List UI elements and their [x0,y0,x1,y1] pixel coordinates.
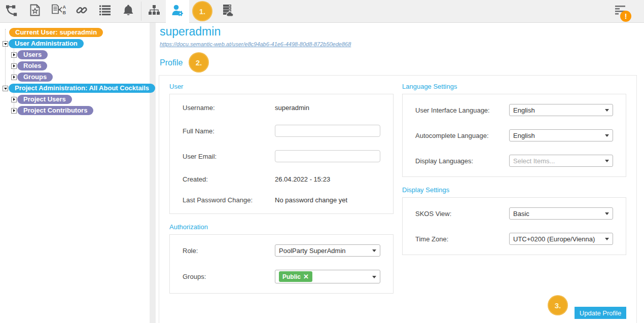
ui-language-dropdown[interactable]: English [509,104,613,116]
step-3-badge: 3. [548,295,568,315]
role-dropdown[interactable]: PoolParty SuperAdmin [275,244,380,257]
chevron-down-icon [605,212,609,217]
notifications-tool[interactable] [117,0,140,23]
username-value: superadmin [275,104,309,112]
project-administration-pill[interactable]: Project Administration: All About Cockta… [9,84,155,93]
document-star-tool[interactable] [23,0,47,23]
alert-exclamation-badge: ! [620,11,631,22]
server-tool[interactable] [216,0,239,23]
time-zone-label: Time Zone: [415,235,509,243]
project-contributors-pill[interactable]: Project Contributors [17,106,93,115]
chevron-down-icon [605,134,609,139]
created-row: Created: 26.04.2022 - 15:23 [170,169,393,190]
time-zone-row: Time Zone: UTC+0200 (Europe/Vienna) [403,226,626,252]
profile-right-column: Language Settings User Interface Languag… [402,83,626,264]
step-1-badge-circle: 1. [192,1,212,21]
display-languages-multiselect[interactable]: Select Items... [509,155,613,167]
current-user-pill[interactable]: Current User: superadmin [9,28,103,37]
skos-view-label: SKOS View: [415,210,509,218]
collapse-toggle-icon[interactable] [3,41,8,47]
time-zone-dropdown[interactable]: UTC+0200 (Europe/Vienna) [509,233,613,245]
autocomplete-language-dropdown[interactable]: English [509,129,613,141]
tree-item-users: Users [0,49,150,60]
chevron-down-icon [372,276,376,280]
notifications-alert-tool[interactable]: ! [609,0,632,23]
full-name-label: Full Name: [183,127,275,135]
role-label: Role: [183,247,275,255]
tree-item-project-users: Project Users [0,94,150,105]
skos-view-row: SKOS View: Basic [403,201,626,226]
expand-toggle-icon[interactable] [11,52,17,58]
roles-pill[interactable]: Roles [17,61,47,70]
time-zone-selected-value: UTC+0200 (Europe/Vienna) [513,235,595,243]
profile-left-column: User Username: superadmin Full Name: Use… [169,83,393,303]
display-languages-row: Display Languages: Select Items... [403,148,626,173]
ui-language-selected-value: English [513,106,535,114]
profile-section-title: Profile [160,58,183,67]
curve-path-icon [5,4,19,19]
role-row: Role: PoolParty SuperAdmin [170,238,393,263]
user-email-field[interactable] [275,150,380,162]
update-profile-button[interactable]: Update Profile [575,307,626,319]
last-password-change-value: No password change yet [275,196,347,204]
full-name-field[interactable] [275,125,380,137]
group-tag-label: Public [282,273,301,280]
sitemap-tool[interactable] [142,0,166,23]
groups-label: Groups: [183,273,275,280]
role-selected-value: PoolParty SuperAdmin [279,247,346,255]
list-tool[interactable] [93,0,117,23]
curve-path-tool[interactable] [0,0,23,23]
expand-toggle-icon[interactable] [11,97,17,102]
display-settings-box: SKOS View: Basic Time Zone: UTC+0200 (Eu… [402,197,626,255]
created-value: 26.04.2022 - 15:23 [275,175,330,183]
ui-language-label: User Interface Language: [415,106,509,114]
authorization-box: Role: PoolParty SuperAdmin Groups: Publi… [169,234,393,294]
chevron-down-icon [605,160,609,164]
profile-page: superadmin https://docu.semantic-web.at/… [156,23,644,323]
user-email-row: User Email: [170,143,393,169]
top-toolbar: A B [0,0,644,23]
language-settings-heading: Language Settings [402,83,626,90]
last-password-change-label: Last Password Change: [183,196,275,204]
link-tool[interactable] [70,0,93,23]
language-settings-box: User Interface Language: English Autocom… [402,94,626,177]
user-uri-link[interactable]: https://docu.semantic-web.at/user/e8c94a… [160,41,351,47]
groups-pill[interactable]: Groups [17,73,53,82]
groups-multiselect[interactable]: Public ✕ [275,270,380,283]
document-classify-tool[interactable]: A B [47,0,70,23]
tree-item-project-contributors: Project Contributors [0,105,150,116]
users-pill[interactable]: Users [17,50,48,59]
tree-item-roles: Roles [0,60,150,71]
user-administration-pill[interactable]: User Administration [9,39,84,48]
user-settings-tool[interactable] [166,0,189,23]
last-password-change-row: Last Password Change: No password change… [170,190,393,210]
username-label: Username: [183,104,275,112]
tree-item-groups: Groups [0,71,150,83]
created-label: Created: [183,175,275,183]
svg-text:B: B [63,10,66,15]
expand-toggle-icon[interactable] [11,63,17,69]
user-gear-icon [170,3,185,19]
expand-toggle-icon[interactable] [11,75,17,80]
document-star-icon [28,4,42,19]
remove-tag-icon[interactable]: ✕ [303,273,309,280]
collapse-toggle-icon[interactable] [3,86,8,91]
link-icon [75,4,88,19]
sidebar-scrollbar[interactable] [150,23,156,323]
group-tag-public: Public ✕ [279,271,312,282]
step-2-badge: 2. [189,52,209,73]
sitemap-icon [148,4,161,19]
autocomplete-language-row: Autocomplete Language: English [403,123,626,148]
chevron-down-icon [372,249,376,254]
document-classify-ab-icon: A B [51,4,66,19]
user-box: Username: superadmin Full Name: User Ema… [169,94,393,214]
project-users-pill[interactable]: Project Users [17,95,72,104]
tree-item-project-administration: Project Administration: All About Cockta… [0,83,150,94]
display-languages-placeholder: Select Items... [513,157,555,165]
chevron-down-icon [605,238,609,242]
skos-view-dropdown[interactable]: Basic [509,207,613,220]
toolbar-divider [141,2,141,21]
chevron-down-icon [605,109,609,114]
profile-panel: User Username: superadmin Full Name: Use… [159,75,637,323]
expand-toggle-icon[interactable] [11,108,17,114]
